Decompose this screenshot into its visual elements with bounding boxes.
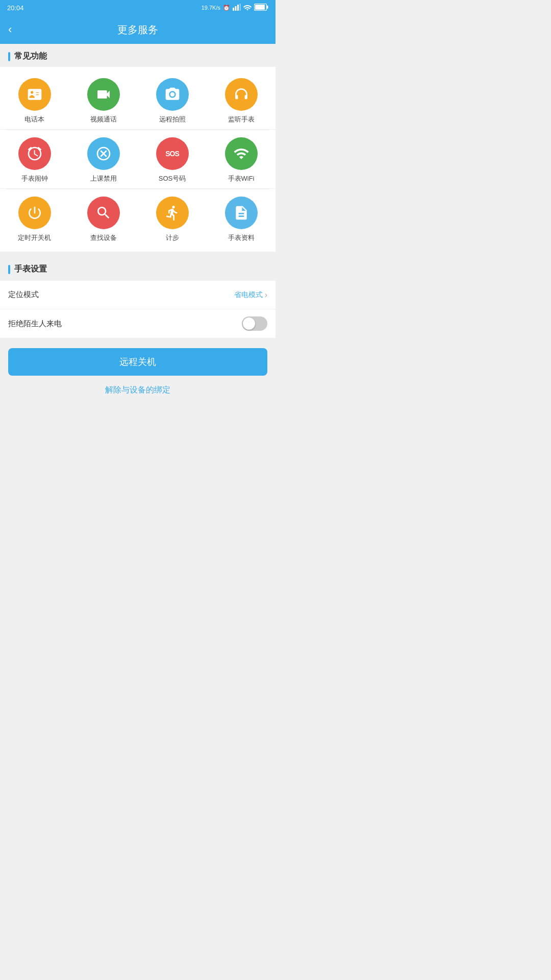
timer-power-label: 定时开关机	[18, 233, 51, 242]
watch-wifi-icon	[225, 137, 258, 170]
grid-item-watch-wifi[interactable]: 手表WiFi	[207, 130, 276, 189]
grid-item-watch-info[interactable]: 手表资料	[207, 189, 276, 248]
video-call-label: 视频通话	[90, 115, 117, 124]
block-strangers-toggle[interactable]	[242, 316, 267, 331]
alarm-label: 手表闹钟	[21, 174, 48, 183]
svg-rect-6	[255, 5, 265, 10]
grid-item-step-count[interactable]: 计步	[138, 189, 207, 248]
remote-shutdown-button[interactable]: 远程关机	[8, 348, 267, 376]
block-strangers-label: 拒绝陌生人来电	[8, 319, 62, 329]
location-mode-current: 省电模式	[234, 290, 263, 300]
remote-photo-icon	[156, 78, 189, 111]
phonebook-label: 电话本	[24, 115, 44, 124]
chevron-right-icon: ›	[265, 290, 267, 300]
icon-grid: 电话本 视频通话 远程拍照 监听手表 手表闹钟	[0, 67, 276, 252]
svg-rect-3	[240, 4, 241, 11]
grid-item-watch-listen[interactable]: 监听手表	[207, 71, 276, 130]
section-bar-icon	[8, 52, 10, 61]
grid-item-class-ban[interactable]: 上课禁用	[69, 130, 138, 189]
status-bar: 20:04 19.7K/s ⏰	[0, 0, 276, 15]
grid-item-remote-photo[interactable]: 远程拍照	[138, 71, 207, 130]
watch-settings-header: 手表设置	[0, 257, 276, 280]
find-device-label: 查找设备	[90, 233, 117, 242]
common-functions-title: 常见功能	[14, 51, 47, 62]
alarm-icon: ⏰	[223, 5, 230, 11]
watch-info-label: 手表资料	[228, 233, 255, 242]
watch-listen-icon	[225, 78, 258, 111]
page-title: 更多服务	[117, 23, 158, 37]
grid-item-timer-power[interactable]: 定时开关机	[0, 189, 69, 248]
watch-wifi-label: 手表WiFi	[228, 174, 255, 183]
sos-label: SOS号码	[159, 174, 186, 183]
back-button[interactable]: ‹	[8, 23, 12, 36]
remote-photo-label: 远程拍照	[159, 115, 186, 124]
watch-info-icon	[225, 197, 258, 229]
video-call-icon	[87, 78, 120, 111]
svg-rect-0	[233, 8, 234, 11]
bottom-section: 远程关机 解除与设备的绑定	[0, 338, 276, 406]
svg-rect-1	[235, 6, 237, 11]
location-mode-label: 定位模式	[8, 290, 39, 300]
grid-item-alarm[interactable]: 手表闹钟	[0, 130, 69, 189]
class-ban-icon	[87, 137, 120, 170]
settings-card: 定位模式 省电模式 › 拒绝陌生人来电	[0, 281, 276, 338]
step-count-icon	[156, 197, 189, 229]
watch-listen-label: 监听手表	[228, 115, 255, 124]
settings-item-block-strangers: 拒绝陌生人来电	[0, 309, 276, 338]
sos-icon: SOS	[156, 137, 189, 170]
toggle-knob	[243, 317, 255, 330]
network-speed: 19.7K/s	[202, 5, 220, 11]
class-ban-label: 上课禁用	[90, 174, 117, 183]
status-right: 19.7K/s ⏰	[202, 4, 268, 12]
alarm-watch-icon	[18, 137, 51, 170]
header: ‹ 更多服务	[0, 15, 276, 44]
grid-item-phonebook[interactable]: 电话本	[0, 71, 69, 130]
signal-icon	[233, 4, 241, 12]
wifi-icon	[243, 4, 252, 11]
common-functions-header: 常见功能	[0, 44, 276, 67]
section-bar-settings-icon	[8, 265, 10, 274]
common-functions-grid: 电话本 视频通话 远程拍照 监听手表 手表闹钟	[0, 67, 276, 252]
timer-power-icon	[18, 197, 51, 229]
svg-rect-2	[237, 5, 239, 11]
battery-display	[254, 4, 268, 12]
location-mode-value: 省电模式 ›	[234, 290, 267, 300]
grid-item-find-device[interactable]: 查找设备	[69, 189, 138, 248]
svg-rect-5	[267, 6, 268, 9]
watch-settings-title: 手表设置	[14, 264, 47, 275]
phonebook-icon	[18, 78, 51, 111]
find-device-icon	[87, 197, 120, 229]
settings-item-location-mode[interactable]: 定位模式 省电模式 ›	[0, 281, 276, 309]
unbind-button[interactable]: 解除与设备的绑定	[8, 376, 267, 401]
status-time: 20:04	[7, 4, 24, 12]
grid-item-sos[interactable]: SOS SOS号码	[138, 130, 207, 189]
grid-item-video-call[interactable]: 视频通话	[69, 71, 138, 130]
step-count-label: 计步	[166, 233, 179, 242]
